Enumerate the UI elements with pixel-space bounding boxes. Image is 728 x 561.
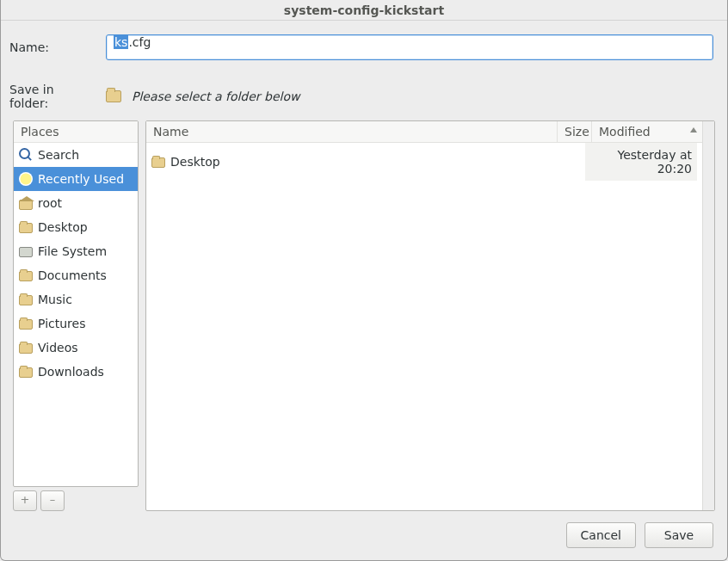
disk-icon bbox=[19, 247, 33, 257]
places-item-videos[interactable]: Videos bbox=[14, 336, 138, 360]
places-item-root[interactable]: root bbox=[14, 191, 138, 215]
filename-input[interactable]: ks.cfg bbox=[106, 34, 713, 60]
clock-icon bbox=[19, 172, 33, 186]
folder-icon bbox=[106, 90, 121, 102]
save-in-folder-label: Save in folder: bbox=[9, 83, 96, 110]
save-in-folder-row: Save in folder: Please select a folder b… bbox=[1, 64, 727, 117]
column-header-modified-label: Modified bbox=[599, 125, 651, 139]
files-panel: Name Size Modified Desktop Yesterd bbox=[145, 120, 715, 511]
folder-hint: Please select a folder below bbox=[132, 89, 299, 103]
places-item-label: File System bbox=[38, 244, 107, 258]
places-list: Places Search Recently Used root Desktop bbox=[13, 120, 139, 487]
filename-selected-text: ks bbox=[114, 35, 128, 49]
dialog-action-bar: Cancel Save bbox=[566, 522, 713, 548]
folder-icon bbox=[151, 157, 165, 168]
places-panel: Places Search Recently Used root Desktop bbox=[13, 120, 139, 511]
search-icon bbox=[19, 148, 33, 162]
file-row-modified: Yesterday at 20:20 bbox=[585, 143, 697, 181]
places-buttons: + – bbox=[13, 490, 139, 511]
places-item-file-system[interactable]: File System bbox=[14, 239, 138, 263]
save-dialog-window: system-config-kickstart Name: ks.cfg Sav… bbox=[0, 0, 728, 561]
column-header-size[interactable]: Size bbox=[558, 121, 592, 142]
files-body[interactable]: Desktop Yesterday at 20:20 bbox=[146, 143, 702, 510]
places-item-label: Downloads bbox=[38, 365, 104, 379]
places-header: Places bbox=[14, 121, 138, 143]
sort-asc-icon bbox=[690, 127, 697, 133]
window-title: system-config-kickstart bbox=[1, 0, 727, 21]
places-item-label: Desktop bbox=[38, 220, 88, 234]
places-item-desktop[interactable]: Desktop bbox=[14, 215, 138, 239]
save-button[interactable]: Save bbox=[645, 522, 713, 548]
folder-icon bbox=[19, 271, 33, 281]
cancel-button[interactable]: Cancel bbox=[566, 522, 636, 548]
desktop-icon bbox=[19, 223, 33, 233]
places-item-label: Search bbox=[38, 148, 79, 162]
filename-row: Name: ks.cfg bbox=[1, 21, 727, 64]
places-item-label: Pictures bbox=[38, 317, 85, 330]
file-row[interactable]: Desktop Yesterday at 20:20 bbox=[146, 143, 702, 181]
folder-icon bbox=[19, 295, 33, 305]
places-item-label: root bbox=[38, 196, 62, 210]
places-item-label: Music bbox=[38, 293, 72, 306]
places-item-search[interactable]: Search bbox=[14, 143, 138, 167]
file-row-name: Desktop bbox=[170, 155, 220, 169]
remove-bookmark-button[interactable]: – bbox=[40, 490, 65, 511]
places-item-documents[interactable]: Documents bbox=[14, 263, 138, 287]
folder-icon bbox=[19, 319, 33, 330]
folder-icon bbox=[19, 367, 33, 378]
places-item-downloads[interactable]: Downloads bbox=[14, 360, 138, 384]
column-header-name[interactable]: Name bbox=[146, 121, 558, 142]
file-browser: Places Search Recently Used root Desktop bbox=[13, 120, 715, 511]
column-header-modified[interactable]: Modified bbox=[592, 121, 702, 142]
places-item-recently-used[interactable]: Recently Used bbox=[14, 167, 138, 191]
filename-suffix-text: .cfg bbox=[128, 35, 151, 49]
vertical-scrollbar[interactable] bbox=[702, 121, 714, 510]
places-item-label: Recently Used bbox=[38, 172, 124, 186]
folder-icon bbox=[19, 343, 33, 354]
files-header-row: Name Size Modified bbox=[146, 121, 702, 143]
filename-label: Name: bbox=[9, 40, 96, 54]
places-item-music[interactable]: Music bbox=[14, 287, 138, 311]
home-icon bbox=[19, 200, 33, 210]
places-item-pictures[interactable]: Pictures bbox=[14, 311, 138, 336]
places-item-label: Documents bbox=[38, 268, 107, 282]
places-item-label: Videos bbox=[38, 341, 78, 354]
add-bookmark-button[interactable]: + bbox=[13, 490, 37, 511]
